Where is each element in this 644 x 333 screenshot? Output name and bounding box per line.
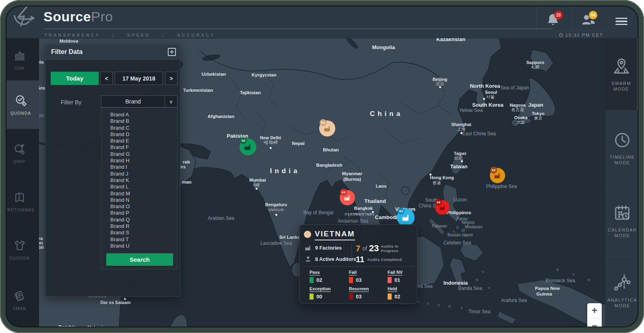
brand-option[interactable]: Brand K — [101, 177, 177, 184]
stat-label: Held — [388, 286, 397, 292]
sidebar-item-quonda[interactable]: QUONDA — [0, 225, 39, 274]
tagline-item: TRANSPARENCY — [44, 33, 100, 37]
sidebar-item-label: QUONDA — [9, 256, 30, 261]
clock-small-icon — [559, 33, 564, 37]
brand-option[interactable]: Brand R — [101, 223, 177, 230]
active-users-badge: 04 — [589, 11, 597, 19]
popup-vertical-divider — [351, 243, 352, 263]
zoom-out-button[interactable]: − — [587, 319, 602, 333]
sidebar-item-timeline-mode[interactable]: TIMELINEMODE — [605, 111, 639, 186]
brand-option[interactable]: Brand H — [101, 157, 177, 164]
sidebar-item-label: QUONDA — [10, 111, 31, 116]
brand-option[interactable]: Brand L — [101, 184, 177, 190]
magnifier-plus-icon — [13, 142, 27, 156]
audit-stat-held: Held 02 — [388, 285, 420, 301]
date-display: 17 May 2018 — [115, 72, 163, 85]
brand-option[interactable]: Brand S — [101, 230, 177, 236]
stat-color-swatch — [349, 277, 353, 283]
popup-horizontal-divider — [302, 266, 415, 267]
of-word: of — [362, 245, 367, 252]
auditor-icon — [304, 255, 312, 263]
stat-label: Pass — [310, 270, 320, 275]
stat-label: Exception — [310, 286, 331, 292]
factory-cluster-marker[interactable]: 63 — [490, 168, 505, 183]
factory-cluster-marker[interactable]: 63 — [397, 209, 415, 226]
filter-panel-title: Filter Data — [51, 48, 83, 56]
tagline-separator: | — [112, 33, 115, 37]
audit-stat-fail: Fail 03 — [349, 268, 388, 285]
audits-completed-value: 11 — [356, 255, 364, 264]
sidebar-item-protoware[interactable]: PROTOWARE — [0, 177, 39, 225]
country-marker-dot — [304, 231, 311, 238]
stat-color-swatch — [388, 277, 392, 283]
add-filter-icon[interactable] — [167, 48, 176, 56]
prev-day-button[interactable]: < — [100, 72, 113, 85]
factory-cluster-marker[interactable]: 53 — [239, 139, 256, 155]
auditors-row: 8 Active Auditors — [304, 255, 356, 263]
stat-value: 02 — [316, 277, 322, 283]
brand-option[interactable]: Brand D — [101, 131, 177, 138]
brand-option[interactable]: Brand G — [101, 151, 177, 157]
cluster-count-badge: 63 — [320, 119, 326, 126]
mode-label: ANALYTICALMODE — [607, 297, 637, 308]
clock-display: 15:32 PM CET — [555, 31, 606, 39]
search-button[interactable]: Search — [106, 253, 173, 266]
brand-option[interactable]: Brand P — [101, 210, 177, 216]
brand-option[interactable]: Brand T — [101, 236, 177, 243]
audit-stat-pass: Pass 02 — [310, 268, 349, 285]
sidebar-item-vman[interactable]: VMAN — [0, 274, 39, 326]
brand-option[interactable]: Brand Q — [101, 217, 177, 223]
cluster-count-badge: 63 — [435, 199, 442, 206]
mode-label: CALENDARMODE — [607, 227, 637, 238]
next-day-button[interactable]: > — [165, 72, 178, 85]
today-button[interactable]: Today — [51, 72, 99, 85]
factories-row: 9 Factories — [304, 244, 342, 252]
app-title: SourcePro — [43, 9, 113, 25]
notifications-badge: 23 — [554, 11, 563, 19]
dropdown-selected-value: Brand — [101, 96, 165, 107]
tagline-item: SPEED — [127, 33, 150, 37]
brand-option[interactable]: Brand U — [101, 243, 177, 249]
audit-stat-fail-nv: Fail NV 01 — [388, 268, 420, 285]
sidebar-item-quonda[interactable]: QUONDA — [0, 81, 39, 129]
brand-option[interactable]: Brand N — [101, 197, 177, 203]
factory-icon — [304, 244, 312, 252]
sidebar-item-swarm-mode[interactable]: SWARMMODE — [605, 38, 639, 111]
hamburger-menu-icon[interactable] — [615, 18, 627, 25]
mode-label: TIMELINEMODE — [607, 154, 637, 165]
brand-option[interactable]: Brand J — [101, 171, 177, 177]
audits-in-progress-label: Audits in Progress — [381, 244, 417, 253]
factory-cluster-marker[interactable]: 63 — [340, 190, 355, 205]
tags-icon — [13, 289, 27, 303]
sidebar-item-calendar-mode[interactable]: CALENDARMODE — [605, 186, 639, 256]
clock-icon — [613, 131, 632, 149]
left-module-sidebar: VSNQUONDAQMIPPROTOWAREQUONDAVMAN — [0, 38, 39, 333]
brand-option[interactable]: Brand A — [101, 112, 177, 118]
sidebar-item-analytical-mode[interactable]: ANALYTICALMODE — [605, 256, 639, 326]
stat-color-swatch — [310, 277, 314, 283]
factory-cluster-marker[interactable]: 63 — [319, 120, 335, 137]
filter-panel-header: Filter Data — [45, 45, 180, 60]
brand-option[interactable]: Brand I — [101, 164, 177, 170]
stat-label: Rescreen — [349, 286, 369, 292]
fabric-swatches-icon — [13, 190, 27, 204]
audit-stat-exception: Exception 00 — [310, 285, 349, 301]
zoom-in-button[interactable]: + — [587, 303, 602, 318]
brand-option[interactable]: Brand E — [101, 138, 177, 144]
sidebar-item-qmip[interactable]: QMIP — [0, 129, 39, 177]
map-pin-icon — [612, 57, 631, 76]
brand-option[interactable]: Brand C — [101, 125, 177, 131]
brand-option[interactable]: Brand F — [101, 144, 177, 151]
filter-by-dropdown[interactable]: Brand ∨ — [101, 95, 178, 108]
sourcepro-logo-icon — [10, 5, 41, 29]
calendar-clock-icon — [613, 204, 632, 222]
sidebar-item-vsn[interactable]: VSN — [0, 38, 39, 81]
audits-progress-row: 7 of 23 Audits in Progress — [356, 243, 417, 254]
brand-option[interactable]: Brand O — [101, 203, 177, 210]
cluster-count-badge: 63 — [398, 208, 405, 215]
cluster-count-badge: 63 — [490, 167, 497, 174]
brand-option[interactable]: Brand B — [101, 118, 177, 124]
factory-cluster-marker[interactable]: 63 — [435, 200, 450, 215]
brand-option[interactable]: Brand M — [101, 190, 177, 197]
popup-country-name[interactable]: VIETNAM — [315, 230, 355, 240]
